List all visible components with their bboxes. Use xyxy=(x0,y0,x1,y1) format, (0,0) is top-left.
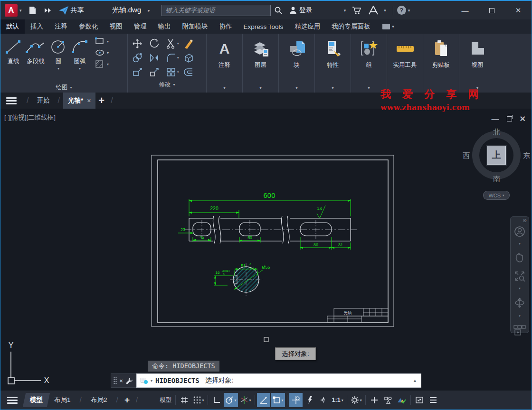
ortho-mode-button[interactable] xyxy=(210,393,223,407)
customization-button[interactable] xyxy=(427,393,440,407)
store-button[interactable] xyxy=(352,6,361,15)
chevron-down-icon[interactable]: ▾ xyxy=(368,86,370,90)
rotate-button[interactable] xyxy=(149,37,166,51)
ribbon-panel-groups[interactable]: 组 ▾ xyxy=(351,34,387,93)
drag-handle-icon[interactable] xyxy=(114,377,117,384)
chevron-down-icon[interactable]: ▾ xyxy=(259,86,261,90)
tab-custom-panel[interactable]: 我的专属面板 xyxy=(326,19,376,34)
chevron-down-icon[interactable]: ▾ xyxy=(177,70,179,74)
tab-insert[interactable]: 插入 xyxy=(25,19,49,34)
draw-panel-title[interactable]: 绘图▾ xyxy=(0,82,127,93)
fullscreen-button[interactable] xyxy=(413,393,426,407)
chevron-down-icon[interactable]: ▾ xyxy=(332,86,333,90)
model-space[interactable]: [-][俯视][二维线框] — ✕ 北 西 东 南 上 WCS▾ ⊗ ▾ ▾ xyxy=(0,109,532,391)
rectangle-button[interactable]: ▾ xyxy=(95,37,109,46)
search-button[interactable] xyxy=(274,6,283,15)
layout-tab-layout1[interactable]: 布局1 xyxy=(48,393,76,407)
chevron-down-icon[interactable]: ▾ xyxy=(295,86,297,90)
share-button[interactable]: 共享 xyxy=(58,6,84,15)
chevron-down-icon[interactable]: ▾ xyxy=(107,51,109,55)
layout-menu-button[interactable] xyxy=(7,395,18,405)
search-input[interactable] xyxy=(162,5,271,16)
app-menu-button[interactable]: A xyxy=(5,4,18,17)
chevron-down-icon[interactable]: ▾ xyxy=(344,8,346,13)
annotation-scale-button[interactable]: 1:1▾ xyxy=(331,393,345,407)
chevron-down-icon[interactable]: ▾ xyxy=(107,62,109,66)
help-button[interactable]: ? xyxy=(397,6,406,15)
ribbon-panel-layers[interactable]: 图层 ▾ xyxy=(243,34,279,93)
chevron-down-icon[interactable]: ▾ xyxy=(235,398,237,402)
close-tab-icon[interactable]: × xyxy=(87,97,91,104)
graphics-performance-button[interactable] xyxy=(395,393,408,407)
new-file-button[interactable] xyxy=(28,6,38,15)
tab-parametric[interactable]: 参数化 xyxy=(73,19,104,34)
fillet-button[interactable]: ▾ xyxy=(166,51,183,65)
scale-button[interactable] xyxy=(149,65,166,79)
minimize-button[interactable]: — xyxy=(452,1,478,20)
isometric-drafting-button[interactable]: ▾ xyxy=(238,393,253,407)
move-button[interactable] xyxy=(132,37,149,51)
file-tabs-menu-button[interactable] xyxy=(6,96,17,106)
maximize-button[interactable] xyxy=(478,1,505,20)
polar-tracking-button[interactable]: ▾ xyxy=(224,393,238,407)
tab-collaborate[interactable]: 协作 xyxy=(214,19,238,34)
chevron-down-icon[interactable]: ▾ xyxy=(107,39,109,44)
chevron-down-icon[interactable]: ▾ xyxy=(408,8,410,13)
annotation-visibility-button[interactable] xyxy=(317,393,330,407)
stretch-button[interactable] xyxy=(132,65,149,79)
layout-tab-layout2[interactable]: 布局2 xyxy=(85,393,113,407)
new-layout-button[interactable]: + xyxy=(124,395,130,405)
object-snap-button[interactable]: ▾ xyxy=(271,393,285,407)
ribbon-panel-block[interactable]: 块 ▾ xyxy=(279,34,315,93)
trim-button[interactable]: ▾ xyxy=(166,37,183,51)
chevron-down-icon[interactable]: ▾ xyxy=(249,398,251,402)
tab-home[interactable]: 默认 xyxy=(0,19,25,34)
ribbon-collapse-button[interactable]: ▾ xyxy=(382,19,394,34)
explode-button[interactable] xyxy=(183,51,200,65)
quick-access-more-button[interactable] xyxy=(44,8,52,13)
chevron-up-icon[interactable]: ▲ xyxy=(413,378,417,383)
close-command-bar-button[interactable]: × xyxy=(119,377,123,384)
object-snap-tracking-button[interactable] xyxy=(257,393,270,407)
chevron-down-icon[interactable]: ▾ xyxy=(342,398,343,402)
erase-button[interactable] xyxy=(183,37,200,51)
snap-mode-button[interactable]: ▾ xyxy=(191,393,206,407)
layout-tab-model[interactable]: 模型 xyxy=(23,393,50,407)
close-button[interactable]: ✕ xyxy=(505,1,532,20)
drawing-canvas[interactable]: 600 220 23 45 60 80 31 1.6 xyxy=(0,109,532,391)
selection-cycling-button[interactable] xyxy=(303,393,316,407)
ribbon-panel-view[interactable]: 视图 ▾ xyxy=(459,34,495,93)
grid-display-button[interactable] xyxy=(178,393,191,407)
chevron-down-icon[interactable]: ▾ xyxy=(177,42,179,46)
chevron-down-icon[interactable]: ▾ xyxy=(384,8,386,13)
clean-screen-button[interactable] xyxy=(368,393,381,407)
chevron-right-icon[interactable]: ▸ xyxy=(148,8,150,13)
ribbon-panel-annotate[interactable]: A 注释 ▾ xyxy=(207,34,243,93)
file-tab-start[interactable]: 开始 xyxy=(32,93,54,109)
autodesk-app-button[interactable] xyxy=(368,6,379,15)
tab-annotate[interactable]: 注释 xyxy=(49,19,73,34)
chevron-down-icon[interactable]: ▾ xyxy=(19,8,22,13)
chevron-down-icon[interactable]: ▾ xyxy=(177,56,179,60)
snap-cursor-button[interactable] xyxy=(289,393,303,407)
tab-manage[interactable]: 管理 xyxy=(128,19,152,34)
isolate-objects-button[interactable] xyxy=(381,393,395,407)
new-drawing-button[interactable]: + xyxy=(98,94,104,107)
tab-output[interactable]: 输出 xyxy=(152,19,177,34)
chevron-down-icon[interactable]: ▾ xyxy=(202,398,204,402)
chevron-down-icon[interactable]: ▾ xyxy=(57,66,59,71)
polyline-button[interactable]: 多段线 xyxy=(24,37,47,65)
ellipse-button[interactable]: ▾ xyxy=(95,48,109,57)
copy-button[interactable] xyxy=(132,51,149,65)
tab-featured-apps[interactable]: 精选应用 xyxy=(289,19,326,34)
chevron-down-icon[interactable]: ▾ xyxy=(360,398,362,402)
ribbon-panel-properties[interactable]: 特性 ▾ xyxy=(315,34,351,93)
sign-in-button[interactable]: 登录 xyxy=(289,6,313,15)
chevron-down-icon[interactable]: ▾ xyxy=(79,66,81,71)
customize-wrench-icon[interactable] xyxy=(125,377,133,385)
tab-view[interactable]: 视图 xyxy=(104,19,128,34)
command-input[interactable]: ▾ HIDEOBJECTS 选择对象: ▲ xyxy=(136,373,421,388)
workspace-switching-button[interactable]: ▾ xyxy=(349,393,363,407)
offset-button[interactable] xyxy=(183,65,200,79)
file-tab-current[interactable]: 光轴*× xyxy=(63,93,95,109)
